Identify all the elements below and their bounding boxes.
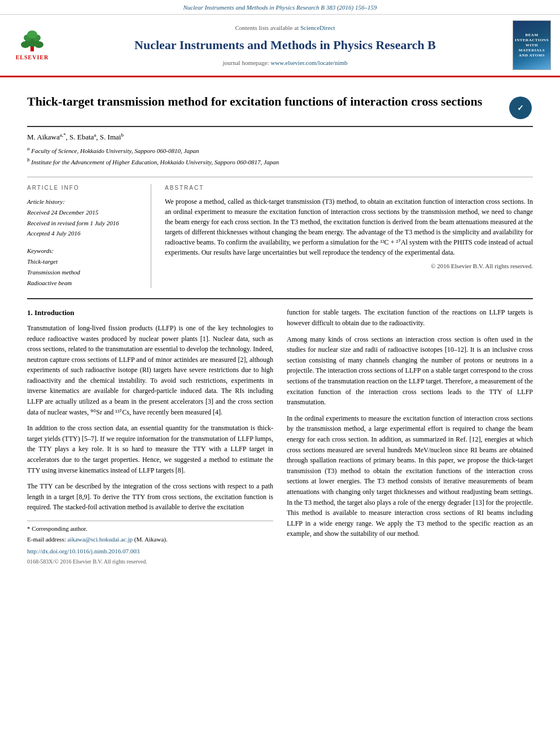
- keyword-3: Radioactive beam: [27, 278, 142, 289]
- cover-image: BEAMINTERACTIONSWITHMATERIALSAND ATOMS: [513, 20, 551, 70]
- journal-header: ELSEVIER Contents lists available at Sci…: [0, 15, 560, 77]
- body-col-right: function for stable targets. The excitat…: [287, 307, 533, 566]
- copyright-line: © 2016 Elsevier B.V. All rights reserved…: [165, 262, 533, 270]
- keyword-2: Transmission method: [27, 267, 142, 278]
- homepage-link[interactable]: www.elsevier.com/locate/nimb: [270, 59, 347, 66]
- body-para-2: In addition to the cross section data, a…: [27, 423, 273, 475]
- keyword-1: Thick-target: [27, 256, 142, 267]
- body-para-1: Transmutation of long-lived fission prod…: [27, 323, 273, 417]
- body-para-r3: In the ordinal experiments to measure th…: [287, 413, 533, 539]
- email-line: E-mail address: aikawa@sci.hokudai.ac.jp…: [27, 535, 273, 544]
- svg-text:✓: ✓: [517, 104, 524, 112]
- body-para-r2: Among many kinds of cross sections an in…: [287, 334, 533, 408]
- received-date: Received 24 December 2015: [27, 207, 142, 218]
- sciencedirect-link[interactable]: ScienceDirect: [300, 24, 335, 31]
- top-journal-line: Nuclear Instruments and Methods in Physi…: [0, 0, 560, 15]
- article-title: Thick-target transmission method for exc…: [27, 93, 508, 110]
- svg-point-6: [27, 30, 37, 38]
- keywords-section: Keywords: Thick-target Transmission meth…: [27, 247, 142, 288]
- corresponding-note: * Corresponding author.: [27, 525, 273, 533]
- elsevier-logo-area: ELSEVIER: [7, 20, 58, 70]
- cover-text: BEAMINTERACTIONSWITHMATERIALSAND ATOMS: [515, 33, 549, 58]
- article-info-abstract: ARTICLE INFO Article history: Received 2…: [27, 177, 533, 288]
- abstract-col: ABSTRACT We propose a method, called as …: [165, 184, 533, 288]
- journal-cover: BEAMINTERACTIONSWITHMATERIALSAND ATOMS: [513, 20, 551, 70]
- elsevier-label: ELSEVIER: [16, 54, 49, 62]
- svg-point-2: [21, 41, 30, 48]
- contents-line: Contents lists available at ScienceDirec…: [235, 24, 335, 32]
- page-content: Thick-target transmission method for exc…: [0, 77, 560, 577]
- body-para-r1: function for stable targets. The excitat…: [287, 307, 533, 328]
- accepted-date: Accepted 4 July 2016: [27, 228, 142, 239]
- authors: M. Aikawaa,*, S. Ebataa, S. Imaib: [27, 132, 533, 143]
- article-info-col: ARTICLE INFO Article history: Received 2…: [27, 184, 151, 288]
- footnote-area: * Corresponding author. E-mail address: …: [27, 521, 273, 544]
- affiliations: a Faculty of Science, Hokkaido Universit…: [27, 145, 533, 167]
- body-para-3: The TTY can be described by the integrat…: [27, 481, 273, 513]
- svg-text:CrossMark: CrossMark: [512, 114, 529, 117]
- email-link[interactable]: aikawa@sci.hokudai.ac.jp: [67, 536, 133, 543]
- svg-point-3: [34, 41, 43, 48]
- history-heading: Article history:: [27, 196, 142, 207]
- keywords-heading: Keywords:: [27, 247, 142, 255]
- affil-b: b Institute for the Advancement of Highe…: [27, 156, 533, 167]
- section1-title: 1. Introduction: [27, 307, 273, 318]
- rights-line: 0168-583X/© 2016 Elsevier B.V. All right…: [27, 557, 273, 566]
- body-col-left: 1. Introduction Transmutation of long-li…: [27, 307, 273, 566]
- doi-link[interactable]: http://dx.doi.org/10.1016/j.nimb.2016.07…: [27, 547, 273, 556]
- article-title-section: Thick-target transmission method for exc…: [27, 89, 533, 127]
- journal-title: Nuclear Instruments and Methods in Physi…: [134, 37, 436, 54]
- abstract-text: We propose a method, called as thick-tar…: [165, 196, 533, 257]
- revised-date: Received in revised form 1 July 2016: [27, 218, 142, 229]
- affil-a: a Faculty of Science, Hokkaido Universit…: [27, 145, 533, 155]
- journal-header-center: Contents lists available at ScienceDirec…: [64, 20, 506, 70]
- article-info-heading: ARTICLE INFO: [27, 184, 142, 192]
- abstract-heading: ABSTRACT: [165, 184, 533, 192]
- body-content: 1. Introduction Transmutation of long-li…: [27, 298, 533, 566]
- journal-homepage: journal homepage: www.elsevier.com/locat…: [222, 59, 347, 67]
- crossmark-badge[interactable]: ✓ CrossMark: [508, 95, 533, 120]
- journal-citation: Nuclear Instruments and Methods in Physi…: [183, 4, 377, 11]
- elsevier-tree-logo: [15, 29, 49, 53]
- article-history: Article history: Received 24 December 20…: [27, 196, 142, 239]
